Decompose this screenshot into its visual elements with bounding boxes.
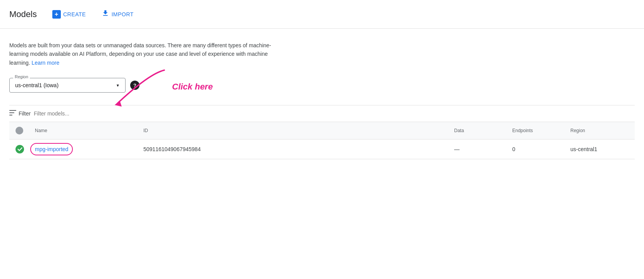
row-status bbox=[15, 145, 35, 153]
filter-icon bbox=[9, 110, 16, 117]
filter-input[interactable] bbox=[34, 110, 150, 117]
filter-section: Filter bbox=[9, 105, 635, 122]
row-name-cell: mpg-imported bbox=[35, 146, 143, 152]
table-header: Name ID Data Endpoints Region bbox=[9, 122, 635, 140]
header-checkbox-circle bbox=[15, 127, 23, 134]
header-actions: + CREATE IMPORT bbox=[46, 6, 140, 22]
model-name-link[interactable]: mpg-imported bbox=[35, 146, 68, 152]
th-data: Data bbox=[454, 127, 512, 134]
row-endpoints: 0 bbox=[512, 146, 570, 152]
create-plus-icon: + bbox=[52, 10, 61, 19]
import-icon bbox=[102, 9, 109, 19]
filter-toggle[interactable]: Filter bbox=[9, 110, 31, 117]
svg-rect-1 bbox=[9, 110, 16, 111]
learn-more-link[interactable]: Learn more bbox=[32, 60, 60, 66]
page-title: Models bbox=[9, 9, 37, 19]
description-text: Models are built from your data sets or … bbox=[9, 41, 273, 67]
region-dropdown-wrapper: Region us-central1 (Iowa) ▼ bbox=[9, 78, 126, 93]
svg-rect-2 bbox=[9, 112, 14, 113]
th-checkbox[interactable] bbox=[15, 127, 35, 134]
row-id: 5091161049067945984 bbox=[143, 146, 454, 152]
row-region: us-central1 bbox=[570, 146, 629, 152]
create-label: CREATE bbox=[63, 11, 86, 17]
filter-label: Filter bbox=[19, 110, 31, 117]
model-name-highlight: mpg-imported bbox=[35, 146, 68, 152]
import-button[interactable]: IMPORT bbox=[95, 6, 140, 22]
region-label: Region bbox=[13, 74, 30, 79]
region-dropdown[interactable]: us-central1 (Iowa) ▼ bbox=[9, 78, 126, 93]
import-label: IMPORT bbox=[112, 11, 134, 17]
th-region: Region bbox=[570, 127, 629, 134]
create-button[interactable]: + CREATE bbox=[46, 7, 92, 22]
th-endpoints: Endpoints bbox=[512, 127, 570, 134]
region-selected-value: us-central1 (Iowa) bbox=[15, 82, 59, 88]
table-row: mpg-imported 5091161049067945984 — 0 us-… bbox=[9, 140, 635, 159]
status-success-icon bbox=[15, 145, 24, 153]
page-header: Models + CREATE IMPORT bbox=[0, 0, 644, 29]
th-name: Name bbox=[35, 127, 143, 134]
chevron-down-icon: ▼ bbox=[116, 83, 120, 88]
row-data: — bbox=[454, 146, 512, 152]
region-select-wrapper: Region us-central1 (Iowa) ▼ ? bbox=[9, 78, 635, 93]
th-id: ID bbox=[143, 127, 454, 134]
annotation-container: Click here Filter bbox=[9, 105, 635, 159]
region-section: Region us-central1 (Iowa) ▼ ? bbox=[9, 78, 635, 93]
svg-rect-3 bbox=[9, 115, 12, 115]
models-table: Name ID Data Endpoints Region mpg bbox=[9, 122, 635, 159]
help-icon[interactable]: ? bbox=[130, 81, 139, 90]
main-content: Models are built from your data sets or … bbox=[0, 29, 644, 159]
